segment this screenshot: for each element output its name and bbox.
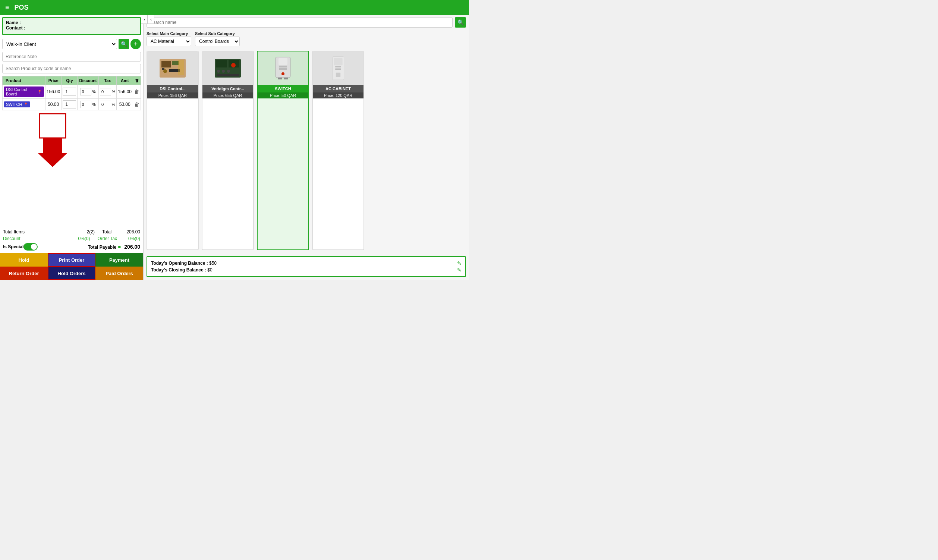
main-category-group: Select Main Category AC Material — [146, 31, 191, 46]
discount-value: 0%(0) — [20, 236, 90, 241]
svg-rect-7 — [162, 68, 165, 70]
payment-button[interactable]: Payment — [95, 253, 143, 266]
action-buttons-row1: Hold Print Order Payment — [0, 253, 143, 266]
product-card-switch[interactable]: SWITCH Price: 50 QAR — [257, 51, 309, 250]
product-name-ac-cabinet: AC CABINET — [313, 85, 363, 92]
closing-balance-label: Today's Closing Balance : $0 — [151, 267, 212, 272]
is-special-label: Is Special — [3, 244, 23, 249]
product-card-veridigm[interactable]: Veridigm Contr... Price: 655 QAR — [202, 51, 254, 250]
search-name-button[interactable]: 🔍 — [455, 17, 466, 28]
svg-rect-25 — [334, 58, 342, 65]
product-label[interactable]: SWITCH 📍 — [4, 102, 30, 108]
paid-orders-button[interactable]: Paid Orders — [95, 266, 143, 280]
col-tax: Tax — [98, 77, 117, 85]
search-product-input[interactable] — [2, 64, 141, 74]
main-category-select[interactable]: AC Material — [146, 37, 191, 46]
customer-name-label: Name : — [6, 20, 137, 25]
qty-input[interactable] — [63, 100, 76, 109]
discount-input[interactable] — [80, 101, 91, 108]
order-tax-label: Order Tax — [98, 236, 117, 241]
svg-rect-3 — [161, 61, 171, 68]
reference-note-input[interactable] — [2, 52, 141, 62]
svg-rect-28 — [335, 69, 341, 70]
svg-rect-19 — [279, 66, 287, 68]
svg-rect-27 — [335, 68, 341, 68]
table-row: DSI Control Board 📍 156.00 % — [3, 85, 141, 99]
svg-rect-0 — [40, 114, 66, 138]
qty-input[interactable] — [63, 88, 76, 96]
left-panel: › ‹ Name : Contact : Walk-in Client 🔍 + — [0, 15, 143, 280]
opening-balance-value: $50 — [209, 261, 217, 266]
toggle-left-btn[interactable]: ‹ — [148, 15, 154, 24]
tax-cell: % — [98, 99, 117, 110]
svg-rect-10 — [216, 60, 227, 68]
col-price: Price — [45, 77, 62, 85]
svg-point-14 — [227, 70, 230, 73]
tax-input[interactable] — [100, 88, 111, 95]
totals-section: Total Items 2(2) Total 206.00 Discount 0… — [0, 227, 143, 253]
delete-row-button[interactable]: 🗑 — [134, 89, 140, 95]
qty-cell — [62, 85, 78, 99]
col-qty: Qty — [62, 77, 78, 85]
sub-category-select[interactable]: Control Boards — [195, 37, 240, 46]
svg-rect-23 — [284, 78, 288, 79]
col-product: Product — [3, 77, 46, 85]
order-tax-value: 0%(0) — [128, 236, 140, 241]
total-items-value: 2(2) — [25, 229, 95, 234]
product-svg-veridigm — [213, 55, 243, 81]
hold-button[interactable]: Hold — [0, 253, 48, 266]
amt-cell: 156.00 — [117, 85, 133, 99]
total-label: Total — [102, 229, 111, 234]
product-card-dsi[interactable]: DSI Control... Price: 156 QAR — [146, 51, 199, 250]
toggle-right-btn[interactable]: › — [141, 15, 148, 24]
add-client-button[interactable]: + — [131, 39, 141, 49]
product-cell: SWITCH 📍 — [3, 99, 46, 110]
main-container: › ‹ Name : Contact : Walk-in Client 🔍 + — [0, 15, 469, 280]
product-svg-switch — [268, 55, 298, 81]
edit-closing-icon[interactable]: ✎ — [457, 267, 461, 273]
tax-cell: % — [98, 85, 117, 99]
opening-balance-label: Today's Opening Balance : $50 — [151, 261, 217, 266]
svg-rect-26 — [335, 66, 341, 67]
product-label[interactable]: DSI Control Board 📍 — [4, 86, 44, 97]
product-name-dsi: DSI Control... — [147, 85, 198, 92]
client-select[interactable]: Walk-in Client — [2, 39, 117, 49]
opening-balance-row: Today's Opening Balance : $50 ✎ — [151, 260, 461, 266]
product-card-ac-cabinet[interactable]: AC CABINET Price: 120 QAR — [312, 51, 364, 250]
app-title: POS — [15, 4, 29, 12]
is-special-toggle[interactable] — [23, 243, 38, 251]
customer-contact-label: Contact : — [6, 25, 137, 31]
discount-input[interactable] — [80, 88, 91, 95]
menu-icon[interactable]: ≡ — [5, 4, 9, 12]
svg-rect-20 — [279, 68, 287, 70]
table-row: SWITCH 📍 50.00 % — [3, 99, 141, 110]
closing-balance-row: Today's Closing Balance : $0 ✎ — [151, 266, 461, 273]
return-order-button[interactable]: Return Order — [0, 266, 48, 280]
balance-box: Today's Opening Balance : $50 ✎ Today's … — [146, 256, 466, 277]
location-icon: 📍 — [37, 90, 42, 94]
total-items-label: Total Items — [3, 229, 25, 234]
search-client-button[interactable]: 🔍 — [118, 39, 129, 49]
product-image-veridigm — [203, 51, 253, 85]
product-name-switch: SWITCH — [258, 85, 308, 92]
tax-pct-label: % — [112, 89, 115, 94]
svg-rect-8 — [178, 60, 184, 75]
search-name-input[interactable] — [146, 17, 453, 28]
tax-input[interactable] — [100, 101, 111, 108]
right-top-bar: 🔍 — [143, 15, 469, 30]
closing-balance-value: $0 — [207, 267, 212, 272]
print-order-button[interactable]: Print Order — [48, 253, 95, 266]
total-items-row: Total Items 2(2) Total 206.00 — [3, 229, 140, 235]
hold-orders-button[interactable]: Hold Orders — [48, 266, 95, 280]
svg-rect-29 — [336, 73, 340, 77]
delete-row-button[interactable]: 🗑 — [134, 102, 140, 108]
svg-point-16 — [231, 63, 235, 68]
is-special-row: Is Special Total Payable ● 206.00 — [3, 242, 140, 252]
product-price-dsi: Price: 156 QAR — [147, 92, 198, 98]
edit-opening-icon[interactable]: ✎ — [457, 260, 461, 266]
svg-rect-22 — [278, 78, 282, 79]
col-amt: Amt — [117, 77, 133, 85]
product-image-ac-cabinet — [313, 51, 363, 85]
panel-toggle: › ‹ — [141, 15, 154, 24]
total-payable-label: Total Payable ● — [38, 243, 121, 250]
